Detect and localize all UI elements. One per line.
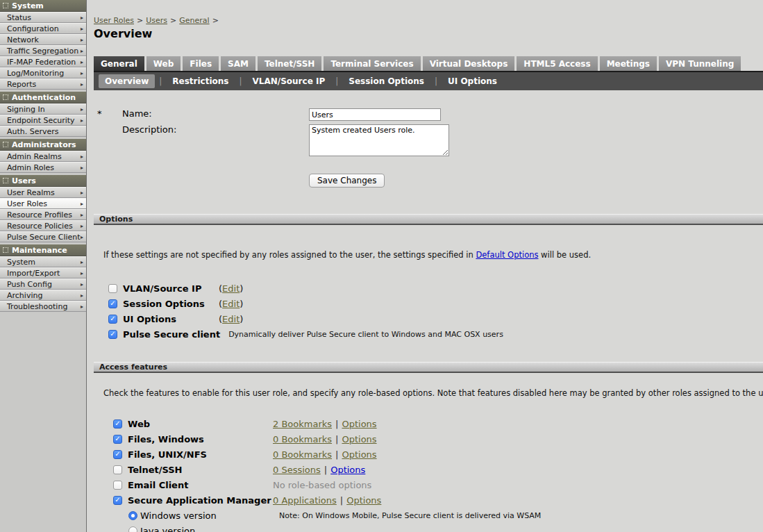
- sidebar-item-network[interactable]: Network▸: [0, 34, 86, 45]
- sidebar-item-archiving[interactable]: Archiving▸: [0, 290, 86, 301]
- sidebar-item-system[interactable]: System▸: [0, 256, 86, 267]
- collapse-icon: [3, 142, 8, 147]
- sidebar-item-import-export[interactable]: Import/Export▸: [0, 267, 86, 279]
- files-unix-nfs-link-options[interactable]: Options: [342, 449, 376, 460]
- java-version-radio[interactable]: [128, 526, 137, 532]
- tab-sam[interactable]: SAM: [221, 56, 255, 71]
- subtab-ui-options[interactable]: UI Options: [442, 74, 503, 88]
- sidebar-item-label: System: [7, 258, 35, 267]
- feature-row-secure-application-manager: Secure Application Manager0 Applications…: [94, 492, 763, 508]
- tab-vpn-tunneling[interactable]: VPN Tunneling: [659, 56, 741, 71]
- files-windows-checkbox[interactable]: [113, 435, 122, 444]
- subtab-overview[interactable]: Overview: [99, 74, 155, 88]
- submenu-arrow-icon: ▸: [81, 165, 83, 171]
- vlan-source-ip-edit-link[interactable]: Edit: [222, 283, 240, 294]
- sidebar-item-endpoint-security[interactable]: Endpoint Security▸: [0, 115, 86, 126]
- tab-terminal-services[interactable]: Terminal Services: [324, 56, 420, 71]
- tab-telnet-ssh[interactable]: Telnet/SSH: [258, 56, 321, 71]
- sidebar-item-if-map-federation[interactable]: IF-MAP Federation▸: [0, 56, 86, 67]
- files-windows-link-options[interactable]: Options: [342, 434, 376, 444]
- feature-row-web: Web2 Bookmarks|Options: [94, 416, 763, 431]
- sidebar-item-auth-servers[interactable]: Auth. Servers: [0, 126, 86, 137]
- sidebar-section-label: Authentication: [12, 93, 76, 102]
- ui-options-edit-link[interactable]: Edit: [222, 314, 240, 324]
- email-client-checkbox[interactable]: [113, 481, 122, 490]
- breadcrumb-separator: >: [170, 16, 176, 25]
- name-input[interactable]: [309, 108, 441, 121]
- sidebar-item-signing-in[interactable]: Signing In▸: [0, 103, 86, 115]
- tab-general[interactable]: General: [94, 56, 144, 71]
- breadcrumb-link-users[interactable]: Users: [146, 16, 167, 25]
- save-changes-button[interactable]: Save Changes: [309, 174, 385, 188]
- pulse-secure-client-checkbox[interactable]: [108, 330, 117, 339]
- subtab-separator: |: [239, 76, 242, 86]
- vlan-source-ip-checkbox[interactable]: [108, 284, 117, 293]
- collapse-icon: [3, 247, 8, 253]
- session-options-edit-link[interactable]: Edit: [222, 299, 240, 309]
- web-checkbox[interactable]: [113, 419, 122, 429]
- page-title: Overview: [94, 27, 763, 40]
- sidebar-item-admin-realms[interactable]: Admin Realms▸: [0, 151, 86, 162]
- sidebar-item-resource-policies[interactable]: Resource Policies▸: [0, 220, 86, 231]
- link-separator: |: [335, 434, 338, 444]
- tab-virtual-desktops[interactable]: Virtual Desktops: [423, 56, 515, 71]
- sidebar-item-troubleshooting[interactable]: Troubleshooting▸: [0, 301, 86, 312]
- submenu-arrow-icon: ▸: [81, 304, 83, 310]
- description-textarea[interactable]: System created Users role.: [309, 124, 449, 156]
- tab-html5-access[interactable]: HTML5 Access: [517, 56, 597, 71]
- paren-close: ): [240, 283, 243, 294]
- secure-application-manager-checkbox[interactable]: [113, 496, 122, 505]
- sidebar-section: UsersUser Realms▸User Roles▸Resource Pro…: [0, 175, 86, 242]
- subtab-vlan-source-ip[interactable]: VLAN/Source IP: [246, 74, 332, 88]
- sidebar-section-header-system[interactable]: System: [0, 0, 86, 12]
- feature-row-files-unix-nfs: Files, UNIX/NFS0 Bookmarks|Options: [94, 447, 763, 462]
- sidebar-item-status[interactable]: Status▸: [0, 12, 86, 23]
- files-unix-nfs-checkbox[interactable]: [113, 450, 122, 459]
- tab-web[interactable]: Web: [146, 56, 181, 71]
- sidebar-item-traffic-segregation[interactable]: Traffic Segregation▸: [0, 45, 86, 56]
- secure-application-manager-link-options[interactable]: Options: [346, 495, 381, 506]
- sidebar-item-configuration[interactable]: Configuration▸: [0, 23, 86, 34]
- sidebar-section-header-authentication[interactable]: Authentication: [0, 92, 86, 103]
- submenu-arrow-icon: ▸: [81, 190, 83, 196]
- windows-version-radio[interactable]: [128, 511, 137, 520]
- tab-files[interactable]: Files: [183, 56, 219, 71]
- sidebar-item-user-roles[interactable]: User Roles▸: [0, 198, 86, 209]
- telnet-ssh-checkbox[interactable]: [113, 465, 122, 474]
- collapse-icon: [3, 3, 8, 8]
- subtab-session-options[interactable]: Session Options: [342, 74, 430, 88]
- telnet-ssh-link-options[interactable]: Options: [330, 465, 365, 475]
- web-link-2-bookmarks[interactable]: 2 Bookmarks: [273, 419, 332, 429]
- sidebar-section-header-maintenance[interactable]: Maintenance: [0, 244, 86, 256]
- files-unix-nfs-link-0-bookmarks[interactable]: 0 Bookmarks: [273, 449, 332, 460]
- sidebar-item-reports[interactable]: Reports▸: [0, 78, 86, 90]
- breadcrumb-link-user-roles[interactable]: User Roles: [94, 16, 134, 25]
- files-windows-link-0-bookmarks[interactable]: 0 Bookmarks: [273, 434, 332, 444]
- telnet-ssh-link-0-sessions[interactable]: 0 Sessions: [273, 465, 321, 475]
- sidebar-item-admin-roles[interactable]: Admin Roles▸: [0, 162, 86, 173]
- options-section-header: Options: [94, 214, 763, 225]
- paren-close: ): [240, 299, 243, 309]
- sidebar-section-header-users[interactable]: Users: [0, 175, 86, 187]
- sidebar-section-header-administrators[interactable]: Administrators: [0, 139, 86, 151]
- sidebar-item-user-realms[interactable]: User Realms▸: [0, 187, 86, 198]
- submenu-arrow-icon: ▸: [81, 117, 83, 124]
- breadcrumb-link-general[interactable]: General: [179, 16, 209, 25]
- subtab-restrictions[interactable]: Restrictions: [166, 74, 235, 88]
- sidebar-item-resource-profiles[interactable]: Resource Profiles▸: [0, 209, 86, 220]
- session-options-checkbox[interactable]: [108, 299, 117, 308]
- description-label: Description:: [122, 124, 309, 158]
- feature-row-files-windows: Files, Windows0 Bookmarks|Options: [94, 431, 763, 447]
- name-label: Name:: [122, 108, 309, 121]
- sidebar-item-log-monitoring[interactable]: Log/Monitoring▸: [0, 67, 86, 78]
- sidebar-item-label: Archiving: [7, 291, 42, 300]
- web-link-options[interactable]: Options: [342, 419, 376, 429]
- sidebar-section-label: Maintenance: [12, 246, 67, 255]
- ui-options-checkbox[interactable]: [108, 315, 117, 324]
- secure-application-manager-link-0-applications[interactable]: 0 Applications: [273, 495, 337, 506]
- default-options-link[interactable]: Default Options: [476, 250, 538, 260]
- sidebar-item-pulse-secure-client[interactable]: Pulse Secure Client▸: [0, 231, 86, 242]
- sidebar-item-label: Network: [7, 35, 39, 44]
- sidebar-item-push-config[interactable]: Push Config▸: [0, 279, 86, 290]
- tab-meetings[interactable]: Meetings: [600, 56, 657, 71]
